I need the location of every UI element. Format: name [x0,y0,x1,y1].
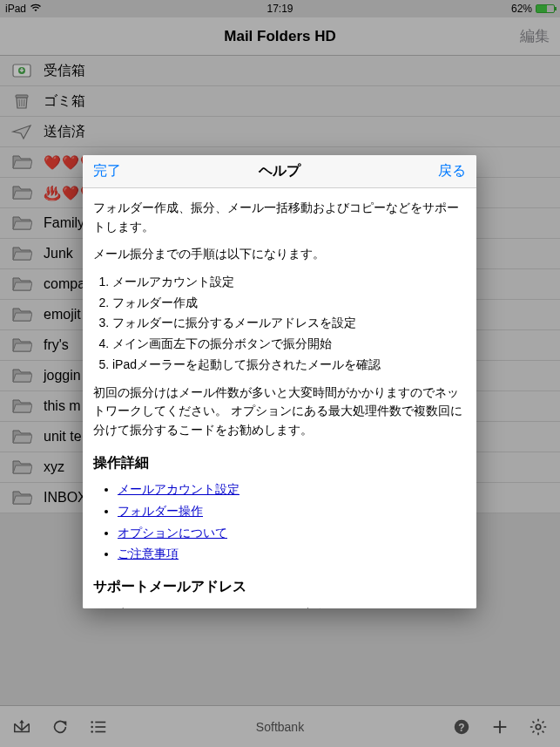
folder-icon [10,305,33,324]
help-icon[interactable]: ? [452,717,471,737]
help-intro-2: メール振分までの手順は以下になります。 [93,245,466,264]
help-modal-nav: 完了 ヘルプ 戻る [83,155,476,188]
help-step: iPadメーラーを起動して振分されたメールを確認 [112,356,466,375]
folder-row[interactable]: ゴミ箱 [0,86,560,117]
app-title: Mail Folders HD [224,28,335,45]
help-note: 初回の振分けはメール件数が多いと大変時間がかかりますのでネットワークしてください… [93,384,466,440]
help-body[interactable]: フォルダー作成、振分、メール一括移動およびコピーなどをサポートします。 メール振… [83,188,476,608]
done-button[interactable]: 完了 [93,162,121,180]
help-link-item: フォルダー操作 [118,502,466,521]
help-modal: 完了 ヘルプ 戻る フォルダー作成、振分、メール一括移動およびコピーなどをサポー… [83,155,476,608]
folder-label: xyz [44,459,64,475]
status-bar: iPad 17:19 62% [0,0,560,17]
back-button[interactable]: 戻る [438,162,466,180]
folder-row[interactable]: 送信済 [0,117,560,147]
list-icon[interactable] [89,717,108,737]
folder-label: 受信箱 [44,62,85,80]
folder-label: joggin [44,368,81,384]
help-link[interactable]: オプションについて [118,526,227,540]
folder-label: emojit [44,307,81,323]
folder-label: INBOX [44,490,87,506]
folder-icon [10,183,33,202]
folder-icon [10,275,33,294]
folder-icon [10,366,33,385]
inbox-icon [10,61,33,80]
folder-label: ゴミ箱 [44,92,85,111]
folder-icon [10,397,33,416]
wifi-icon [30,3,42,15]
device-label: iPad [5,3,26,15]
help-step: フォルダーに振分するメールアドレスを設定 [112,314,466,333]
help-link[interactable]: メールアカウント設定 [118,482,240,496]
folder-label: compa [44,276,85,292]
help-section1-title: 操作詳細 [93,452,466,474]
filter-icon[interactable] [12,717,31,737]
help-step: フォルダー作成 [112,294,466,313]
edit-button[interactable]: 編集 [520,26,550,46]
folder-icon [10,458,33,477]
svg-rect-3 [16,95,28,98]
status-time: 17:19 [267,3,293,15]
help-links-list: メールアカウント設定フォルダー操作オプションについてご注意事項 [93,480,466,564]
help-link[interactable]: フォルダー操作 [118,504,203,518]
sent-icon [10,122,33,141]
battery-icon [536,4,555,13]
help-section2-text: 不明点がございましたらサポートへご連絡ください。 [93,605,466,608]
help-step: メイン画面左下の振分ボタンで振分開始 [112,335,466,354]
svg-point-17 [536,724,541,730]
folder-label: fry's [44,337,69,353]
trash-icon [10,92,33,111]
svg-point-12 [91,730,93,733]
bottom-toolbar: Softbank ? [0,705,560,747]
folder-icon [10,488,33,507]
help-steps-list: メールアカウント設定フォルダー作成フォルダーに振分するメールアドレスを設定メイン… [93,273,466,374]
help-title: ヘルプ [259,162,300,180]
folder-icon [10,214,33,233]
svg-point-11 [91,725,93,728]
svg-line-6 [24,99,25,106]
folder-icon [10,153,33,172]
folder-label: unit te [44,429,82,445]
settings-icon[interactable] [529,717,548,737]
app-nav-bar: Mail Folders HD 編集 [0,17,560,56]
account-label[interactable]: Softbank [256,720,304,734]
folder-label: 送信済 [44,123,85,141]
help-link[interactable]: ご注意事項 [118,547,179,560]
battery-pct: 62% [511,3,532,15]
help-step: メールアカウント設定 [112,273,466,292]
help-link-item: メールアカウント設定 [118,480,466,499]
add-icon[interactable] [490,717,509,737]
folder-row[interactable]: 受信箱 [0,56,560,86]
folder-icon [10,427,33,446]
folder-icon [10,336,33,355]
folder-icon [10,244,33,263]
help-link-item: ご注意事項 [118,545,466,564]
refresh-icon[interactable] [51,717,70,737]
svg-point-10 [91,721,93,723]
svg-text:?: ? [458,721,464,733]
help-intro-1: フォルダー作成、振分、メール一括移動およびコピーなどをサポートします。 [93,199,466,236]
folder-label: Family [44,215,84,231]
help-section2-title: サポートメールアドレス [93,576,466,598]
folder-label: Junk [44,246,73,261]
svg-line-4 [19,99,20,106]
folder-label: this m [44,398,81,414]
help-link-item: オプションについて [118,524,466,543]
